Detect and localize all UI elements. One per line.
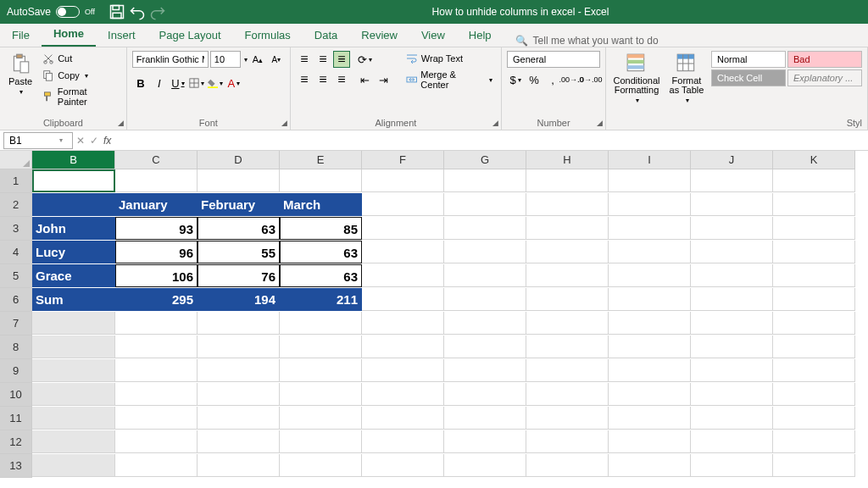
cell-f13[interactable] — [362, 454, 444, 477]
dialog-launcher-number[interactable]: ◢ — [597, 119, 603, 127]
cell-c2[interactable]: January — [115, 193, 198, 216]
cell-b8[interactable] — [32, 336, 115, 358]
cell-e11[interactable] — [280, 407, 362, 430]
cell-j11[interactable] — [691, 407, 773, 430]
cell-i11[interactable] — [609, 407, 691, 430]
cell-i5[interactable] — [609, 264, 691, 287]
row-header-8[interactable]: 8 — [0, 336, 32, 359]
cell-k12[interactable] — [773, 430, 855, 453]
cell-d1[interactable] — [198, 169, 280, 192]
bold-button[interactable]: B — [132, 75, 149, 92]
cell-h11[interactable] — [526, 407, 609, 430]
cell-k10[interactable] — [773, 383, 855, 406]
cell-k7[interactable] — [773, 312, 855, 335]
col-header-k[interactable]: K — [773, 151, 855, 169]
cell-g9[interactable] — [444, 359, 526, 382]
cell-i10[interactable] — [609, 383, 691, 406]
cell-f7[interactable] — [362, 312, 444, 335]
cell-h9[interactable] — [526, 359, 609, 382]
cell-h12[interactable] — [526, 430, 609, 453]
align-left-button[interactable]: ≡ — [296, 71, 313, 88]
cell-i6[interactable] — [609, 288, 691, 311]
font-color-button[interactable]: A▾ — [225, 75, 242, 92]
tab-help[interactable]: Help — [457, 24, 504, 47]
row-header-11[interactable]: 11 — [0, 407, 32, 430]
conditional-formatting-button[interactable]: Conditional Formatting▾ — [611, 51, 662, 116]
cell-j8[interactable] — [691, 336, 773, 358]
tab-file[interactable]: File — [0, 24, 42, 47]
underline-button[interactable]: U▾ — [170, 75, 186, 92]
cell-f1[interactable] — [362, 169, 444, 192]
cell-j9[interactable] — [691, 359, 773, 382]
cell-h4[interactable] — [526, 241, 609, 263]
cell-c13[interactable] — [115, 454, 198, 477]
cell-i8[interactable] — [609, 336, 691, 358]
cell-d11[interactable] — [198, 407, 280, 430]
cell-c11[interactable] — [115, 407, 198, 430]
cell-f5[interactable] — [362, 264, 444, 287]
cell-k9[interactable] — [773, 359, 855, 382]
cell-k3[interactable] — [773, 217, 855, 240]
cell-j5[interactable] — [691, 264, 773, 287]
dialog-launcher-font[interactable]: ◢ — [281, 119, 287, 127]
number-format-select[interactable] — [507, 51, 600, 68]
cell-f3[interactable] — [362, 217, 444, 240]
cell-d2[interactable]: February — [198, 193, 280, 216]
percent-format-button[interactable]: % — [526, 71, 542, 88]
cell-d10[interactable] — [198, 383, 280, 406]
align-top-button[interactable]: ≡ — [296, 51, 313, 68]
font-name-select[interactable] — [132, 51, 209, 68]
tab-view[interactable]: View — [409, 24, 457, 47]
cell-j6[interactable] — [691, 288, 773, 311]
col-header-b[interactable]: B — [32, 151, 115, 169]
cell-j3[interactable] — [691, 217, 773, 240]
cell-c5[interactable]: 106 — [115, 264, 198, 287]
cell-f4[interactable] — [362, 241, 444, 263]
row-header-7[interactable]: 7 — [0, 312, 32, 336]
align-right-button[interactable]: ≡ — [333, 71, 350, 88]
worksheet-grid[interactable]: ✥ B C D E F G H I J K 1 2 January Februa… — [0, 151, 868, 478]
cell-h5[interactable] — [526, 264, 609, 287]
format-painter-button[interactable]: Format Painter — [39, 85, 121, 108]
cell-b6[interactable]: Sum — [32, 288, 115, 311]
italic-button[interactable]: I — [151, 75, 168, 92]
cell-h2[interactable] — [526, 193, 609, 216]
cell-f2[interactable] — [362, 193, 444, 216]
chevron-down-icon[interactable]: ▾ — [59, 136, 63, 144]
cell-k2[interactable] — [773, 193, 855, 216]
cell-j13[interactable] — [691, 454, 773, 477]
orientation-button[interactable]: ⟳▾ — [357, 51, 374, 68]
cell-f9[interactable] — [362, 359, 444, 382]
save-button[interactable] — [108, 3, 125, 20]
cell-c12[interactable] — [115, 430, 198, 453]
formula-bar-input[interactable] — [118, 132, 868, 149]
cell-j10[interactable] — [691, 383, 773, 406]
tab-data[interactable]: Data — [303, 24, 349, 47]
cell-i7[interactable] — [609, 312, 691, 335]
dialog-launcher-alignment[interactable]: ◢ — [492, 119, 498, 127]
cell-e9[interactable] — [280, 359, 362, 382]
cell-g2[interactable] — [444, 193, 526, 216]
toggle-switch-icon[interactable] — [56, 6, 80, 18]
col-header-e[interactable]: E — [280, 151, 362, 169]
cell-i1[interactable] — [609, 169, 691, 192]
cell-e6[interactable]: 211 — [280, 288, 362, 311]
dialog-launcher-clipboard[interactable]: ◢ — [118, 119, 124, 127]
style-check-cell[interactable]: Check Cell — [711, 69, 786, 86]
align-middle-button[interactable]: ≡ — [314, 51, 331, 68]
enter-formula-button[interactable]: ✓ — [90, 135, 98, 147]
cell-g11[interactable] — [444, 407, 526, 430]
cell-k6[interactable] — [773, 288, 855, 311]
cell-c1[interactable] — [115, 169, 198, 192]
paste-button[interactable]: Paste ▾ — [5, 51, 36, 116]
row-header-13[interactable]: 13 — [0, 454, 32, 478]
cell-b1[interactable] — [32, 169, 115, 192]
decrease-decimal-button[interactable]: .0→.00 — [581, 71, 598, 88]
shrink-font-button[interactable]: A▾ — [268, 51, 285, 68]
cell-e13[interactable] — [280, 454, 362, 477]
align-bottom-button[interactable]: ≡ — [333, 51, 350, 68]
cell-b12[interactable] — [32, 430, 115, 453]
cell-c6[interactable]: 295 — [115, 288, 198, 311]
tab-formulas[interactable]: Formulas — [233, 24, 303, 47]
cell-b10[interactable] — [32, 383, 115, 406]
